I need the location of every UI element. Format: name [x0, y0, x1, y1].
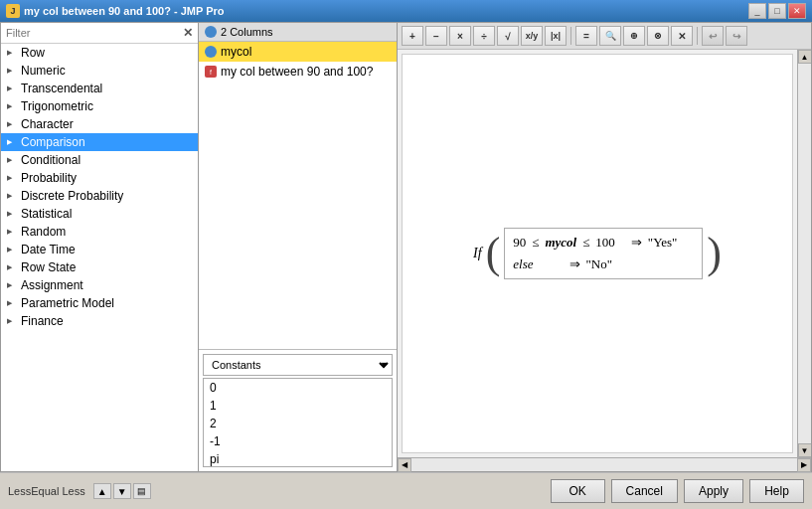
then-value: "Yes": [648, 235, 678, 251]
filter-bar: ✕: [1, 23, 198, 44]
list-item[interactable]: Probability: [1, 169, 198, 187]
column-item-mycol[interactable]: mycol: [199, 42, 397, 62]
constants-item[interactable]: -1: [204, 432, 392, 450]
close-brace-icon: ): [707, 232, 722, 275]
formula-toolbar: + − × ÷ √ x/y |x| = 🔍 ⊕ ⊗ ✕ ↩ ↪: [398, 23, 811, 50]
insert-button[interactable]: ⊕: [623, 26, 645, 46]
constants-item[interactable]: 2: [204, 415, 392, 432]
list-item[interactable]: Date Time: [1, 241, 198, 258]
horizontal-scrollbar: ◀ ▶: [398, 457, 811, 471]
leq1-icon: ≤: [532, 235, 539, 251]
open-brace-icon: (: [486, 232, 501, 275]
scroll-left-button[interactable]: ◀: [398, 458, 411, 472]
numeric-col-icon: [205, 46, 217, 58]
column-list: mycol f my col between 90 and 100?: [199, 42, 397, 349]
toolbar-sep2: [697, 27, 698, 45]
column-item-formula[interactable]: f my col between 90 and 100?: [199, 62, 397, 82]
multiply-button[interactable]: ×: [449, 26, 471, 46]
else-keyword: else: [513, 256, 533, 272]
undo-button[interactable]: ↩: [702, 26, 724, 46]
constants-list: 0 1 2 -1 pi: [203, 378, 393, 467]
formula-inner-box: 90 ≤ mycol ≤ 100 ⇒ "Yes" else: [504, 228, 703, 279]
list-item[interactable]: Parametric Model: [1, 294, 198, 312]
list-item[interactable]: Random: [1, 223, 198, 241]
constants-item[interactable]: 0: [204, 379, 392, 397]
columns-icon: [205, 26, 217, 38]
formula-display[interactable]: If ( 90 ≤ mycol ≤ 100 ⇒ "Yes": [402, 54, 793, 453]
main-container: ✕ Row Numeric Transcendental Trigonometr…: [0, 22, 812, 509]
search-formula-button[interactable]: 🔍: [599, 26, 621, 46]
equals-button[interactable]: =: [575, 26, 597, 46]
bottom-area: LessEqual Less ▲ ▼ ▤ OK Cancel Apply Hel…: [0, 472, 812, 509]
apply-button[interactable]: Apply: [684, 479, 743, 503]
formula-area-wrapper: If ( 90 ≤ mycol ≤ 100 ⇒ "Yes": [398, 50, 811, 457]
columns-count: 2 Columns: [221, 26, 273, 38]
list-item[interactable]: Trigonometric: [1, 97, 198, 115]
maximize-button[interactable]: □: [768, 3, 786, 19]
view-toggle-button[interactable]: ▤: [133, 483, 151, 499]
formula-else-row: else ⇒ "No": [513, 256, 694, 272]
list-item[interactable]: Finance: [1, 312, 198, 330]
else-arrow-icon: ⇒: [569, 256, 580, 272]
else-value: "No": [586, 256, 613, 272]
function-button[interactable]: ⊗: [647, 26, 669, 46]
filter-clear-button[interactable]: ✕: [178, 23, 198, 43]
abs-button[interactable]: |x|: [545, 26, 567, 46]
status-nav: ▲ ▼ ▤: [93, 483, 151, 499]
add-button[interactable]: +: [402, 26, 423, 46]
list-item-comparison[interactable]: Comparison: [1, 133, 198, 151]
constants-area: Constants ▼ 0 1 2 -1 pi: [199, 349, 397, 471]
nav-up-button[interactable]: ▲: [93, 483, 111, 499]
scroll-track[interactable]: [798, 64, 811, 443]
filter-input[interactable]: [1, 24, 178, 42]
hscroll-track[interactable]: [411, 458, 797, 471]
content-area: ✕ Row Numeric Transcendental Trigonometr…: [0, 22, 812, 472]
window-title: my col between 90 and 100? - JMP Pro: [24, 5, 225, 17]
leq2-icon: ≤: [582, 235, 589, 251]
right-panel: + − × ÷ √ x/y |x| = 🔍 ⊕ ⊗ ✕ ↩ ↪: [398, 22, 812, 472]
list-item[interactable]: Row: [1, 44, 198, 62]
constants-item[interactable]: pi: [204, 450, 392, 467]
list-item[interactable]: Conditional: [1, 151, 198, 169]
status-text: LessEqual Less: [8, 485, 85, 497]
minimize-button[interactable]: _: [748, 3, 766, 19]
list-item[interactable]: Transcendental: [1, 80, 198, 97]
sqrt-button[interactable]: √: [497, 26, 519, 46]
scroll-down-button[interactable]: ▼: [798, 443, 812, 457]
nav-down-button[interactable]: ▼: [113, 483, 131, 499]
ok-button[interactable]: OK: [551, 479, 605, 503]
list-item[interactable]: Character: [1, 115, 198, 133]
subtract-button[interactable]: −: [425, 26, 447, 46]
list-item[interactable]: Numeric: [1, 62, 198, 80]
list-item[interactable]: Row State: [1, 258, 198, 276]
left-panel: ✕ Row Numeric Transcendental Trigonometr…: [0, 22, 199, 472]
list-item[interactable]: Discrete Probability: [1, 187, 198, 205]
divide-button[interactable]: ÷: [473, 26, 495, 46]
scroll-right-button[interactable]: ▶: [797, 458, 811, 472]
constants-dropdown[interactable]: Constants: [203, 354, 393, 376]
list-item[interactable]: Assignment: [1, 276, 198, 294]
toolbar-sep1: [570, 27, 571, 45]
redo-button[interactable]: ↪: [726, 26, 747, 46]
formula-variable: mycol: [545, 235, 576, 251]
if-keyword: If: [473, 246, 482, 261]
title-bar: J my col between 90 and 100? - JMP Pro _…: [0, 0, 812, 22]
scroll-up-button[interactable]: ▲: [798, 50, 812, 64]
frac-button[interactable]: x/y: [521, 26, 543, 46]
formula-col-icon: f: [205, 66, 217, 78]
constants-item[interactable]: 1: [204, 397, 392, 415]
then-arrow-icon: ⇒: [631, 235, 642, 251]
app-icon: J: [6, 4, 20, 18]
cancel-button[interactable]: Cancel: [611, 479, 678, 503]
constants-dropdown-wrapper: Constants ▼: [203, 354, 393, 376]
list-item[interactable]: Statistical: [1, 205, 198, 223]
middle-panel: 2 Columns mycol f my col between 90 and …: [199, 22, 398, 472]
help-button[interactable]: Help: [749, 479, 804, 503]
close-button[interactable]: ✕: [788, 3, 806, 19]
formula-content: If ( 90 ≤ mycol ≤ 100 ⇒ "Yes": [473, 228, 722, 279]
clear-formula-button[interactable]: ✕: [671, 26, 693, 46]
status-bar: LessEqual Less ▲ ▼ ▤: [8, 483, 551, 499]
vertical-scrollbar: ▲ ▼: [797, 50, 811, 457]
dialog-buttons: OK Cancel Apply Help: [551, 479, 804, 503]
formula-condition-row: 90 ≤ mycol ≤ 100 ⇒ "Yes": [513, 235, 694, 251]
